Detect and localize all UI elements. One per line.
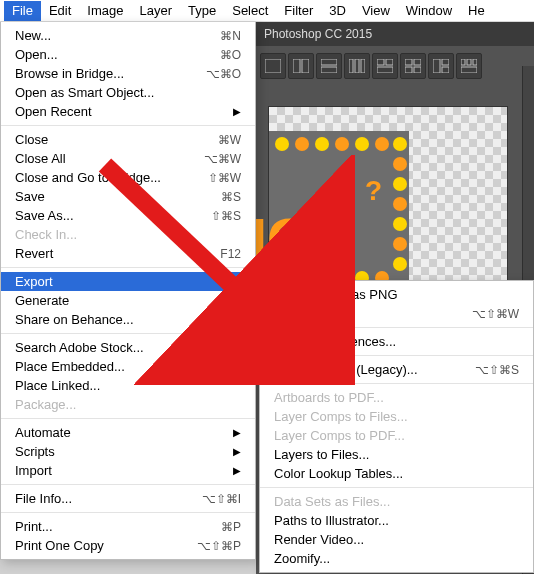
arrange-button-7[interactable] — [428, 53, 454, 79]
menubar-item-filter[interactable]: Filter — [276, 1, 321, 21]
menu-item-label: File Info... — [15, 491, 194, 506]
menu-item-place-linked[interactable]: Place Linked... — [1, 376, 255, 395]
menubar-item-3d[interactable]: 3D — [321, 1, 354, 21]
menubar-item-edit[interactable]: Edit — [41, 1, 79, 21]
svg-rect-2 — [302, 59, 309, 73]
menu-item-label: Export — [15, 274, 225, 289]
menu-item-print-one-copy[interactable]: Print One Copy⌥⇧⌘P — [1, 536, 255, 555]
svg-rect-0 — [265, 59, 281, 73]
svg-rect-13 — [405, 67, 412, 73]
menu-item-save[interactable]: Save⌘S — [1, 187, 255, 206]
ps-canvas[interactable]: IG ? — [268, 106, 508, 306]
menu-item-zoomify[interactable]: Zoomify... — [260, 549, 533, 568]
menu-item-shortcut: ⌘O — [220, 48, 241, 62]
menu-item-label: Export As... — [274, 306, 464, 321]
menu-item-open-recent[interactable]: Open Recent▶ — [1, 102, 255, 121]
artwork-dot — [393, 237, 407, 251]
artwork-question-mark: ? — [365, 175, 382, 207]
menu-item-label: Paths to Illustrator... — [274, 513, 519, 528]
menu-item-quick-export-as-png[interactable]: Quick Export as PNG — [260, 285, 533, 304]
menu-item-scripts[interactable]: Scripts▶ — [1, 442, 255, 461]
menu-item-file-info[interactable]: File Info...⌥⇧⌘I — [1, 489, 255, 508]
submenu-arrow-icon: ▶ — [233, 446, 241, 457]
artwork-dot — [355, 137, 369, 151]
menu-item-label: Save — [15, 189, 213, 204]
menubar-item-he[interactable]: He — [460, 1, 493, 21]
menubar-item-layer[interactable]: Layer — [132, 1, 181, 21]
menu-item-generate[interactable]: Generate▶ — [1, 291, 255, 310]
menu-item-check-in: Check In... — [1, 225, 255, 244]
menu-item-open[interactable]: Open...⌘O — [1, 45, 255, 64]
arrange-button-6[interactable] — [400, 53, 426, 79]
arrange-button-2[interactable] — [288, 53, 314, 79]
arrange-button-1[interactable] — [260, 53, 286, 79]
menu-item-import[interactable]: Import▶ — [1, 461, 255, 480]
menu-item-shortcut: ⌥⇧⌘P — [197, 539, 241, 553]
menu-item-save-for-web-legacy[interactable]: Save for Web (Legacy)...⌥⇧⌘S — [260, 360, 533, 379]
menu-item-package: Package... — [1, 395, 255, 414]
svg-rect-5 — [349, 59, 353, 73]
menu-item-label: New... — [15, 28, 212, 43]
arrange-button-4[interactable] — [344, 53, 370, 79]
menu-separator — [260, 355, 533, 356]
menu-item-label: Automate — [15, 425, 225, 440]
menu-item-export-as[interactable]: Export As...⌥⇧⌘W — [260, 304, 533, 323]
arrange-button-5[interactable] — [372, 53, 398, 79]
menu-item-automate[interactable]: Automate▶ — [1, 423, 255, 442]
menu-separator — [1, 512, 255, 513]
menu-item-close-and-go-to-bridge[interactable]: Close and Go to Bridge...⇧⌘W — [1, 168, 255, 187]
menubar-item-image[interactable]: Image — [79, 1, 131, 21]
submenu-arrow-icon: ▶ — [233, 295, 241, 306]
ps-titlebar: Photoshop CC 2015 — [256, 22, 534, 46]
menu-item-search-adobe-stock[interactable]: Search Adobe Stock... — [1, 338, 255, 357]
menu-item-shortcut: ⌘W — [218, 133, 241, 147]
menu-item-label: Open Recent — [15, 104, 225, 119]
submenu-arrow-icon: ▶ — [233, 465, 241, 476]
menu-item-shortcut: ⇧⌘W — [208, 171, 241, 185]
menu-item-label: Layer Comps to Files... — [274, 409, 519, 424]
menu-item-label: Check In... — [15, 227, 241, 242]
svg-rect-17 — [442, 67, 449, 73]
artwork-dot — [275, 137, 289, 151]
ps-title: Photoshop CC 2015 — [264, 27, 372, 41]
menu-item-place-embedded[interactable]: Place Embedded... — [1, 357, 255, 376]
menu-item-paths-to-illustrator[interactable]: Paths to Illustrator... — [260, 511, 533, 530]
menu-item-export[interactable]: Export▶ — [1, 272, 255, 291]
menu-item-close[interactable]: Close⌘W — [1, 130, 255, 149]
menu-item-print[interactable]: Print...⌘P — [1, 517, 255, 536]
menu-item-label: Save for Web (Legacy)... — [274, 362, 467, 377]
svg-rect-6 — [355, 59, 359, 73]
menubar-item-type[interactable]: Type — [180, 1, 224, 21]
menu-item-label: Search Adobe Stock... — [15, 340, 241, 355]
menu-item-label: Data Sets as Files... — [274, 494, 519, 509]
menubar-item-file[interactable]: File — [4, 1, 41, 21]
menu-item-save-as[interactable]: Save As...⇧⌘S — [1, 206, 255, 225]
menu-item-label: Print One Copy — [15, 538, 189, 553]
menu-item-export-preferences[interactable]: Export Preferences... — [260, 332, 533, 351]
menu-item-shortcut: ⌥⇧⌘W — [472, 307, 519, 321]
menu-separator — [1, 418, 255, 419]
menu-item-browse-in-bridge[interactable]: Browse in Bridge...⌥⌘O — [1, 64, 255, 83]
menu-item-data-sets-as-files: Data Sets as Files... — [260, 492, 533, 511]
svg-rect-8 — [377, 59, 384, 65]
menu-item-share-on-behance[interactable]: Share on Behance... — [1, 310, 255, 329]
menu-item-label: Import — [15, 463, 225, 478]
arrange-button-8[interactable] — [456, 53, 482, 79]
artwork-dot — [393, 177, 407, 191]
menu-item-open-as-smart-object[interactable]: Open as Smart Object... — [1, 83, 255, 102]
menu-item-label: Open... — [15, 47, 212, 62]
menu-item-close-all[interactable]: Close All⌥⌘W — [1, 149, 255, 168]
artwork-dot — [393, 257, 407, 271]
menu-item-render-video[interactable]: Render Video... — [260, 530, 533, 549]
menu-item-layers-to-files[interactable]: Layers to Files... — [260, 445, 533, 464]
menubar-item-window[interactable]: Window — [398, 1, 460, 21]
menu-item-label: Layers to Files... — [274, 447, 519, 462]
menubar-item-view[interactable]: View — [354, 1, 398, 21]
menu-item-new[interactable]: New...⌘N — [1, 26, 255, 45]
arrange-button-3[interactable] — [316, 53, 342, 79]
menu-item-revert[interactable]: RevertF12 — [1, 244, 255, 263]
svg-rect-4 — [321, 67, 337, 73]
menu-item-color-lookup-tables[interactable]: Color Lookup Tables... — [260, 464, 533, 483]
menubar-item-select[interactable]: Select — [224, 1, 276, 21]
menu-item-label: Render Video... — [274, 532, 519, 547]
